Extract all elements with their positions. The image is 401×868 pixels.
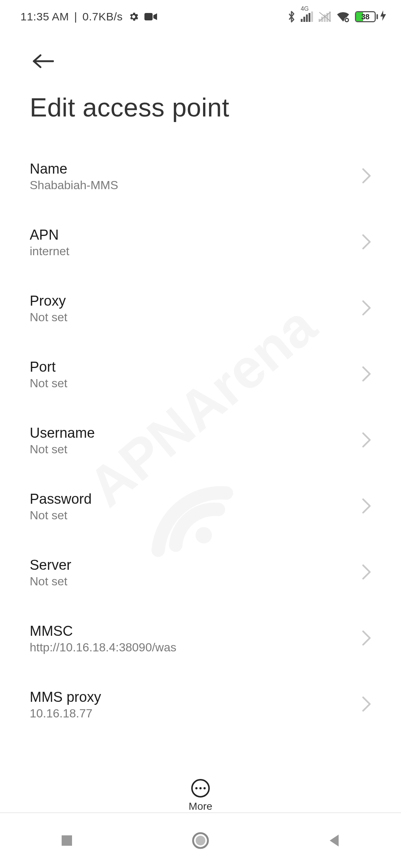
nav-home-button[interactable]: [163, 822, 238, 859]
bottom-toolbar: More: [0, 749, 401, 812]
header: Edit access point: [0, 33, 401, 122]
setting-value: Not set: [30, 509, 354, 522]
chevron-right-icon: [362, 498, 371, 515]
setting-label: Username: [30, 425, 354, 441]
more-button[interactable]: More: [189, 779, 212, 812]
setting-label: Proxy: [30, 293, 354, 309]
setting-row-proxy[interactable]: Proxy Not set: [30, 277, 371, 343]
chevron-right-icon: [362, 564, 371, 581]
status-data-rate: 0.7KB/s: [82, 10, 123, 23]
nav-recents-button[interactable]: [30, 822, 104, 859]
setting-value: 10.16.18.77: [30, 707, 354, 720]
setting-label: APN: [30, 227, 354, 243]
setting-label: Server: [30, 557, 354, 573]
svg-rect-18: [62, 835, 72, 846]
status-separator: |: [74, 10, 77, 23]
signal-sim1-icon: 4G: [301, 11, 313, 22]
more-label: More: [189, 800, 212, 812]
system-nav-bar: [0, 812, 401, 868]
setting-value: Shababiah-MMS: [30, 178, 354, 192]
charging-icon: [380, 10, 386, 23]
signal-sim2-icon: [319, 11, 331, 22]
svg-rect-2: [144, 13, 153, 20]
svg-rect-3: [301, 19, 303, 22]
chevron-right-icon: [362, 432, 371, 449]
back-button[interactable]: [30, 48, 56, 74]
chevron-right-icon: [362, 696, 371, 713]
more-icon: [191, 779, 210, 798]
setting-row-name[interactable]: Name Shababiah-MMS: [30, 145, 371, 211]
arrow-left-icon: [32, 53, 54, 69]
chevron-right-icon: [362, 234, 371, 251]
svg-rect-5: [306, 14, 308, 22]
bluetooth-icon: [287, 10, 296, 23]
setting-row-server[interactable]: Server Not set: [30, 541, 371, 607]
setting-label: Name: [30, 161, 354, 177]
settings-list: Name Shababiah-MMS APN internet Proxy No…: [0, 145, 401, 757]
svg-rect-6: [309, 13, 310, 22]
setting-row-mms-proxy[interactable]: MMS proxy 10.16.18.77: [30, 673, 371, 739]
svg-point-20: [196, 836, 205, 845]
setting-label: MMSC: [30, 623, 354, 639]
gear-icon: [128, 11, 139, 22]
wifi-icon: [336, 11, 350, 22]
nav-back-button[interactable]: [297, 822, 371, 859]
status-bar: 11:35 AM | 0.7KB/s 4G 38: [0, 0, 401, 33]
chevron-right-icon: [362, 630, 371, 647]
svg-point-17: [346, 19, 348, 21]
page-title: Edit access point: [30, 93, 371, 122]
triangle-left-icon: [327, 833, 341, 848]
svg-rect-4: [303, 17, 305, 22]
setting-row-password[interactable]: Password Not set: [30, 475, 371, 541]
status-time: 11:35 AM: [20, 10, 69, 23]
chevron-right-icon: [362, 366, 371, 383]
setting-row-username[interactable]: Username Not set: [30, 409, 371, 475]
setting-row-mmsc[interactable]: MMSC http://10.16.18.4:38090/was: [30, 607, 371, 673]
network-type-label: 4G: [301, 6, 309, 12]
svg-rect-7: [311, 11, 313, 22]
setting-row-apn[interactable]: APN internet: [30, 211, 371, 277]
chevron-right-icon: [362, 300, 371, 317]
setting-value: Not set: [30, 575, 354, 588]
setting-value: Not set: [30, 377, 354, 390]
setting-value: Not set: [30, 310, 354, 324]
chevron-right-icon: [362, 168, 371, 185]
setting-row-port[interactable]: Port Not set: [30, 343, 371, 409]
square-icon: [60, 834, 74, 847]
setting-value: Not set: [30, 443, 354, 456]
setting-label: MMS proxy: [30, 689, 354, 705]
setting-value: http://10.16.18.4:38090/was: [30, 641, 354, 654]
battery-percent: 38: [356, 12, 375, 21]
video-icon: [144, 12, 157, 21]
battery-icon: 38: [355, 10, 386, 23]
setting-label: Port: [30, 359, 354, 375]
circle-icon: [192, 832, 209, 849]
setting-value: internet: [30, 244, 354, 258]
setting-label: Password: [30, 491, 354, 507]
